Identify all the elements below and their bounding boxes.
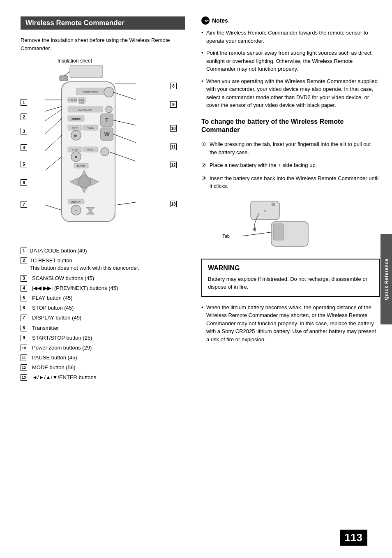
label-4: 4 [21,144,27,151]
svg-text:STOP: STOP [72,148,78,151]
svg-point-11 [104,87,114,97]
notes-icon: 𝓸 [201,16,210,25]
svg-text:START/STOP: START/STOP [83,91,98,93]
svg-line-58 [45,157,62,181]
battery-diagram-container: × Tab [210,197,325,250]
svg-line-49 [113,120,136,127]
label-5: 5 [21,161,27,167]
button-item-2: 2 TC RESET button This button does not w… [21,257,185,272]
side-tab-label: Quick Reference [384,258,389,300]
step-1: ① While pressing on the tab, inset your … [201,140,380,156]
button-item-8: 8 Transmitter [21,324,185,332]
label-1: 1 [21,99,27,106]
label-10: 10 [170,125,177,132]
svg-text:CODE: CODE [79,102,84,104]
note-item-2: Point the remote sensor away from strong… [201,49,380,73]
svg-text:W: W [104,131,110,137]
svg-point-33 [101,148,109,156]
notes-list: Aim the Wireless Remote Commander toward… [201,29,380,109]
svg-point-40 [78,176,90,188]
warning-box: WARNING Battery may explode if mistreate… [201,259,380,297]
diagram-container: Insulation sheet START/STOP TC RESET [21,58,177,239]
svg-rect-0 [70,65,103,78]
svg-point-14 [106,106,112,113]
svg-line-56 [45,118,62,146]
page: Wireless Remote Commander Remove the ins… [0,0,392,558]
svg-point-62 [272,203,275,206]
svg-line-57 [45,135,62,162]
button-item-1: 1 DATA CODE button (49) [21,247,185,255]
svg-text:PLAY: PLAY [72,127,78,129]
svg-text:DATA: DATA [79,99,85,102]
button-list: 1 DATA CODE button (49) 2 TC RESET butto… [21,247,185,382]
battery-title: To change the battery of the Wireless Re… [201,118,380,135]
svg-text:TC RESET: TC RESET [67,99,78,102]
button-item-7: 7 DISPLAY button (49) [21,314,185,322]
svg-text:Tab: Tab [222,234,230,238]
label-9: 9 [170,101,177,108]
battery-diagram-svg: × Tab [210,197,316,250]
label-13: 13 [170,201,177,207]
right-column: 𝓸 Notes Aim the Wireless Remote Commande… [193,16,380,542]
svg-text:SCAN/SLOW: SCAN/SLOW [78,109,92,111]
button-item-12: 12 MODE button (56) [21,364,185,371]
svg-text:T: T [105,117,109,123]
label-12: 12 [170,162,177,168]
lithium-note: When the lithium battery becomes weak, t… [201,303,380,344]
remote-diagram: START/STOP TC RESET DATA CODE SCAN/SLOW … [45,65,136,234]
note-item-1: Aim the Wireless Remote Commander toward… [201,29,380,45]
button-item-5: 5 PLAY button (45) [21,294,185,302]
button-item-13: 13 ◄/►/▲/▼/ENTER buttons [21,374,185,381]
svg-line-54 [45,107,62,115]
svg-rect-64 [273,224,284,240]
section-title: Wireless Remote Commander [21,16,185,30]
warning-title: WARNING [208,264,373,272]
svg-text:ENTER: ENTER [77,165,85,167]
button-item-3: 3 SCAN/SLOW buttons (45) [21,275,185,282]
svg-text:DISPLAY: DISPLAY [71,201,81,203]
svg-text:|◀◀ ▶▶|: |◀◀ ▶▶| [71,117,81,120]
svg-text:■: ■ [75,155,77,159]
label-2: 2 [21,113,27,120]
button-item-4: 4 |◀◀ ▶▶| (PREV/NEXT) buttons (45) [21,285,185,292]
note-item-3: When you are operating with the Wireless… [201,77,380,109]
steps-list: ① While pressing on the tab, inset your … [201,140,380,190]
label-8: 8 [170,83,177,89]
svg-line-65 [242,232,273,236]
warning-text: Battery may explode if mistreated. Do no… [208,275,373,291]
label-6: 6 [21,179,27,186]
svg-text:MUTE: MUTE [87,148,94,151]
left-column: Wireless Remote Commander Remove the ins… [21,16,193,542]
step-3: ③ Insert the battery case back into the … [201,174,380,190]
insulation-label: Insulation sheet [58,58,92,64]
button-item-6: 6 STOP button (45) [21,304,185,312]
svg-text:•: • [75,208,77,213]
svg-line-50 [113,134,136,146]
label-7: 7 [21,201,27,208]
page-number: 113 [340,530,367,546]
notes-heading: 𝓸 Notes [201,16,380,25]
step-2: ② Place a new battery with the + side fa… [201,161,380,169]
svg-text:PAUSE: PAUSE [87,127,95,129]
svg-line-52 [115,201,136,205]
button-item-10: 10 Power zoom buttons (29) [21,344,185,352]
svg-line-59 [45,201,62,210]
intro-text: Remove the insulation sheet before using… [21,36,185,52]
button-item-11: 11 PAUSE button (45) [21,354,185,361]
svg-text:×: × [264,208,266,213]
button-item-9: 9 START/STOP button (25) [21,334,185,342]
svg-text:▶: ▶ [74,133,78,138]
svg-line-48 [113,92,136,102]
side-tab: Quick Reference [380,234,392,324]
label-11: 11 [170,144,177,150]
svg-rect-2 [60,76,68,81]
label-3: 3 [21,128,27,134]
